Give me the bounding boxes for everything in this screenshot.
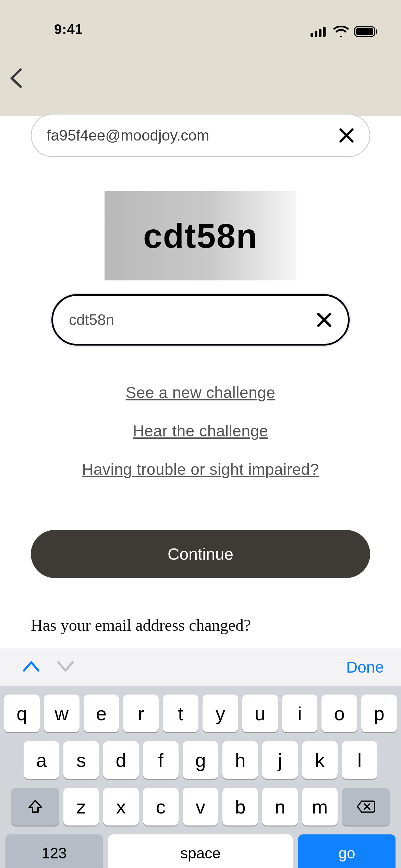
clear-captcha-icon[interactable] (316, 312, 332, 328)
key-a[interactable]: a (24, 741, 59, 779)
key-g[interactable]: g (183, 741, 218, 779)
back-button[interactable] (8, 68, 24, 89)
key-v[interactable]: v (183, 788, 218, 825)
continue-button[interactable]: Continue (31, 530, 370, 578)
key-e[interactable]: e (84, 695, 119, 732)
next-field-icon[interactable] (56, 659, 75, 675)
key-j[interactable]: j (262, 741, 298, 779)
key-d[interactable]: d (103, 741, 139, 779)
prev-field-icon[interactable] (22, 659, 40, 675)
shift-key[interactable] (11, 788, 59, 825)
status-bar: 9:41 (0, 0, 401, 40)
key-r[interactable]: r (123, 695, 159, 732)
svg-rect-3 (323, 27, 326, 37)
signal-icon (311, 26, 328, 37)
keyboard-row-4: 123 space go (4, 834, 397, 868)
go-key[interactable]: go (298, 834, 396, 868)
key-q[interactable]: q (4, 695, 40, 732)
key-s[interactable]: s (63, 741, 99, 779)
svg-rect-1 (315, 31, 317, 37)
svg-rect-6 (376, 29, 377, 34)
captcha-links: See a new challenge Hear the challenge H… (31, 383, 370, 479)
captcha-image-text: cdt58n (143, 216, 258, 256)
captcha-input-wrap[interactable] (51, 294, 350, 346)
key-h[interactable]: h (222, 741, 258, 779)
key-i[interactable]: i (282, 695, 318, 732)
keyboard-row-3: z x c v b n m (4, 788, 397, 825)
backspace-key[interactable] (342, 788, 390, 825)
captcha-image: cdt58n (105, 191, 296, 280)
accessory-arrows (22, 659, 75, 675)
key-f[interactable]: f (143, 741, 179, 779)
key-m[interactable]: m (302, 788, 338, 825)
numbers-key[interactable]: 123 (5, 834, 103, 868)
status-time: 9:41 (54, 22, 83, 37)
keyboard-accessory: Done (0, 648, 401, 686)
key-b[interactable]: b (222, 788, 258, 825)
status-and-nav: 9:41 (0, 0, 401, 116)
key-u[interactable]: u (242, 695, 278, 732)
email-field-wrap[interactable]: fa95f4ee@moodjoy.com (31, 114, 370, 157)
space-key[interactable]: space (108, 834, 293, 868)
key-t[interactable]: t (163, 695, 198, 732)
key-w[interactable]: w (44, 695, 80, 732)
key-p[interactable]: p (361, 695, 397, 732)
keyboard: q w e r t y u i o p a s d f g h j k l z … (0, 686, 401, 868)
key-l[interactable]: l (342, 741, 377, 779)
clear-email-icon[interactable] (339, 128, 354, 143)
hear-challenge-link[interactable]: Hear the challenge (31, 422, 370, 440)
svg-rect-5 (356, 28, 373, 35)
email-value: fa95f4ee@moodjoy.com (47, 127, 209, 144)
key-n[interactable]: n (262, 788, 298, 825)
email-changed-prompt: Has your email address changed? (31, 616, 370, 635)
new-challenge-link[interactable]: See a new challenge (31, 383, 370, 402)
content-area: fa95f4ee@moodjoy.com cdt58n See a new ch… (0, 114, 401, 635)
keyboard-done-button[interactable]: Done (346, 658, 384, 676)
keyboard-row-2: a s d f g h j k l (4, 741, 397, 779)
key-o[interactable]: o (321, 695, 357, 732)
nav-bar (0, 40, 401, 116)
backspace-icon (356, 800, 375, 813)
key-y[interactable]: y (203, 695, 238, 732)
wifi-icon (333, 26, 349, 37)
key-x[interactable]: x (103, 788, 139, 825)
svg-rect-0 (311, 33, 313, 37)
trouble-link[interactable]: Having trouble or sight impaired? (31, 460, 370, 479)
battery-icon (354, 26, 378, 37)
key-k[interactable]: k (302, 741, 338, 779)
key-c[interactable]: c (143, 788, 179, 825)
shift-icon (27, 798, 44, 815)
keyboard-row-1: q w e r t y u i o p (4, 695, 397, 732)
svg-rect-2 (319, 29, 321, 37)
key-z[interactable]: z (63, 788, 99, 825)
status-icons (311, 26, 378, 37)
captcha-input[interactable] (69, 311, 279, 328)
